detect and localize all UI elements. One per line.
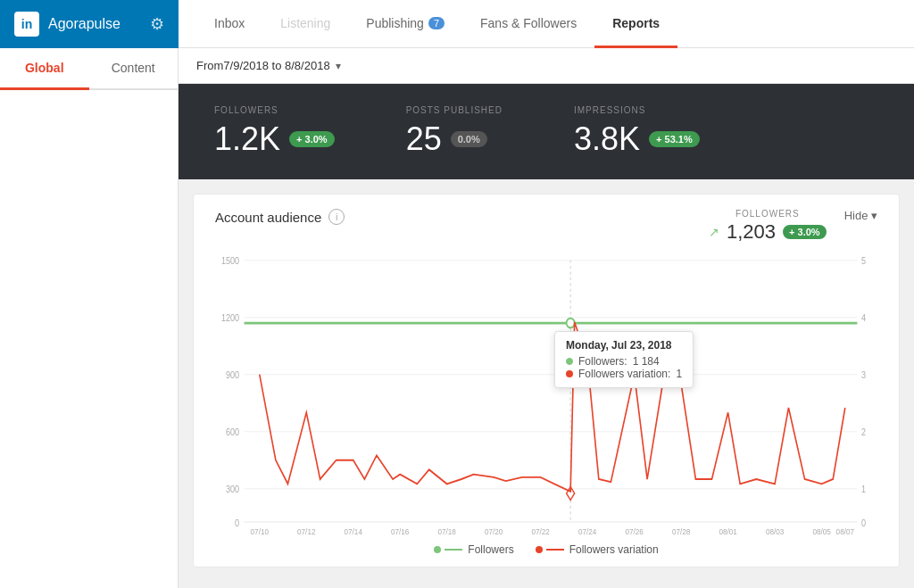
sidebar-tab-global[interactable]: Global [0,48,89,90]
info-icon[interactable]: i [328,209,345,225]
stat-impressions: IMPRESSIONS 3.8K + 53.1% [574,105,700,158]
svg-text:07/14: 07/14 [345,526,362,536]
date-range[interactable]: 7/9/2018 to 8/8/2018 [223,59,329,72]
chart-title: Account audience [215,210,321,225]
svg-text:2: 2 [861,427,866,437]
stat-posts-value: 25 [406,120,442,158]
svg-text:300: 300 [226,484,240,494]
publishing-badge: 7 [428,17,445,29]
svg-text:07/12: 07/12 [297,526,315,536]
date-chevron-icon[interactable]: ▾ [336,60,341,72]
legend-line-followers [445,549,462,551]
legend-variation-label: Followers variation [569,543,659,556]
chart-title-area: Account audience i [215,209,345,225]
hide-button[interactable]: Hide ▾ [844,209,877,222]
stat-followers-label: FOLLOWERS [214,105,335,115]
svg-text:4: 4 [861,312,866,323]
nav-tab-inbox[interactable]: Inbox [196,0,262,48]
nav-tabs: Inbox Listening Publishing 7 Fans & Foll… [179,0,914,48]
nav-tab-fans-followers[interactable]: Fans & Followers [462,0,594,48]
svg-text:1500: 1500 [221,255,240,266]
followers-label-small: FOLLOWERS [709,209,827,219]
svg-text:08/03: 08/03 [766,526,784,536]
nav-tab-publishing[interactable]: Publishing 7 [348,0,462,48]
svg-text:07/22: 07/22 [531,526,549,536]
stat-posts-label: POSTS PUBLISHED [406,105,503,115]
legend-dot-variation [536,546,543,553]
svg-text:08/07: 08/07 [836,526,854,536]
logo-area: in Agorapulse ⚙ [0,0,179,48]
chart-svg: 1500 1200 900 600 300 0 5 4 3 2 1 0 [215,251,877,536]
stat-posts-badge: 0.0% [451,131,487,147]
sidebar-tab-content[interactable]: Content [89,48,179,90]
svg-text:08/05: 08/05 [812,526,830,536]
stat-followers: FOLLOWERS 1.2K + 3.0% [214,105,335,158]
chart-header: Account audience i FOLLOWERS ↗ 1,203 + 3… [215,209,877,244]
svg-text:07/18: 07/18 [438,526,456,536]
svg-text:07/20: 07/20 [485,526,503,536]
legend-followers: Followers [434,543,513,556]
followers-summary: FOLLOWERS ↗ 1,203 + 3.0% [709,209,827,244]
top-nav: in Agorapulse ⚙ Inbox Listening Publishi… [0,0,914,48]
stat-impressions-value: 3.8K [574,120,640,158]
followers-change-badge: + 3.0% [783,225,827,239]
svg-text:07/24: 07/24 [578,526,596,536]
svg-text:1: 1 [861,484,866,494]
content-area: From 7/9/2018 to 8/8/2018 ▾ FOLLOWERS 1.… [179,48,914,588]
stat-followers-badge: + 3.0% [289,131,335,147]
gear-icon[interactable]: ⚙ [150,14,164,34]
arrow-up-icon: ↗ [709,225,719,239]
sidebar-tabs: Global Content [0,48,178,90]
svg-text:600: 600 [226,427,240,437]
followers-count: 1,203 [727,220,776,244]
svg-point-34 [567,319,575,328]
date-bar: From 7/9/2018 to 8/8/2018 ▾ [179,48,914,84]
stats-bar: FOLLOWERS 1.2K + 3.0% POSTS PUBLISHED 25… [179,84,914,179]
svg-text:08/01: 08/01 [719,526,736,536]
linkedin-logo-icon: in [14,12,39,37]
svg-text:0: 0 [235,518,239,529]
legend-followers-label: Followers [468,543,513,556]
sidebar: Global Content [0,48,179,588]
svg-text:5: 5 [861,255,866,266]
svg-text:07/10: 07/10 [251,526,269,536]
stat-posts: POSTS PUBLISHED 25 0.0% [406,105,503,158]
stat-followers-value: 1.2K [214,120,280,158]
svg-text:07/28: 07/28 [672,526,690,536]
stat-impressions-badge: + 53.1% [649,131,700,147]
chart-section: Account audience i FOLLOWERS ↗ 1,203 + 3… [193,194,900,567]
main-layout: Global Content From 7/9/2018 to 8/8/2018… [0,48,914,588]
legend-line-variation [546,549,564,551]
svg-text:07/16: 07/16 [391,526,409,536]
app-name: Agorapulse [48,16,120,32]
legend-dot-followers [434,546,441,553]
svg-text:0: 0 [861,518,866,529]
svg-text:07/26: 07/26 [625,526,643,536]
stat-impressions-label: IMPRESSIONS [574,105,700,115]
nav-tab-listening: Listening [262,0,348,48]
legend-variation: Followers variation [536,543,659,556]
svg-text:1200: 1200 [221,312,240,323]
svg-text:900: 900 [226,369,240,380]
nav-tab-reports[interactable]: Reports [594,0,677,48]
svg-text:3: 3 [861,369,866,380]
chart-legend: Followers Followers variation [215,536,877,559]
chart-wrapper: 1500 1200 900 600 300 0 5 4 3 2 1 0 [215,251,877,536]
